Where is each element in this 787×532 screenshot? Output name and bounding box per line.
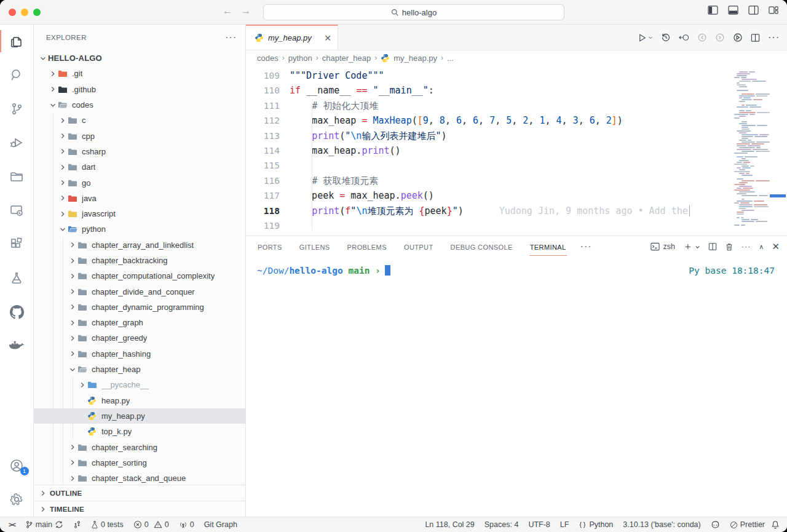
code-line-109[interactable]: 109"""Driver Code""" bbox=[246, 68, 787, 83]
code-line-114[interactable]: 114 max_heap.print() bbox=[246, 143, 787, 158]
panel-more-actions-icon[interactable]: ··· bbox=[742, 242, 751, 251]
tree-item-chapter-hashing[interactable]: chapter_hashing bbox=[34, 346, 245, 362]
run-interactive-icon[interactable] bbox=[733, 33, 743, 42]
notifications-indicator[interactable] bbox=[771, 520, 780, 529]
activity-accounts[interactable]: 1 bbox=[0, 458, 34, 473]
eol-indicator[interactable]: LF bbox=[560, 520, 569, 529]
maximize-panel-icon[interactable]: ∧ bbox=[759, 243, 764, 251]
nav-back-button[interactable]: ← bbox=[223, 6, 232, 17]
activity-project-manager[interactable] bbox=[0, 169, 34, 184]
code-line-111[interactable]: 111 # 初始化大顶堆 bbox=[246, 98, 787, 113]
code-line-113[interactable]: 113 print("\n输入列表并建堆后") bbox=[246, 129, 787, 143]
tree-item-chapter-computational-complexity[interactable]: chapter_computational_complexity bbox=[34, 268, 245, 284]
breadcrumb-item[interactable]: chapter_heap bbox=[322, 54, 371, 63]
tree-item-csharp[interactable]: csharp bbox=[34, 144, 245, 159]
code-line-116[interactable]: 116 # 获取堆顶元素 bbox=[246, 173, 787, 188]
code-line-118[interactable]: 118 print(f"\n堆顶元素为 {peek}")Yudong Jin, … bbox=[246, 204, 787, 218]
panel-tab-output[interactable]: OUTPUT bbox=[403, 238, 434, 255]
tree-item-chapter-stack-and-queue[interactable]: chapter_stack_and_queue bbox=[34, 470, 245, 485]
tree-item-chapter-backtracking[interactable]: chapter_backtracking bbox=[34, 253, 245, 268]
indentation-indicator[interactable]: Spaces: 4 bbox=[484, 520, 519, 529]
explorer-more-actions-icon[interactable]: ··· bbox=[225, 32, 237, 43]
tree-item-chapter-graph[interactable]: chapter_graph bbox=[34, 315, 245, 330]
nav-forward-circle-icon[interactable] bbox=[715, 33, 725, 42]
problems-indicator[interactable]: 0 0 bbox=[133, 520, 169, 529]
tree-item-chapter-heap[interactable]: chapter_heap bbox=[34, 362, 245, 377]
tree-item-chapter-greedy[interactable]: chapter_greedy bbox=[34, 330, 245, 346]
activity-search[interactable] bbox=[0, 68, 34, 82]
code-line-112[interactable]: 112 max_heap = MaxHeap([9, 8, 6, 6, 7, 5… bbox=[246, 113, 787, 128]
breadcrumb-item[interactable]: python bbox=[288, 54, 312, 63]
terminal-shell-chip[interactable]: zsh bbox=[651, 242, 674, 251]
nav-back-circle-icon[interactable] bbox=[697, 33, 707, 42]
activity-run-debug[interactable] bbox=[0, 135, 34, 150]
panel-tab-debug-console[interactable]: DEBUG CONSOLE bbox=[450, 238, 513, 255]
prettier-indicator[interactable]: Prettier bbox=[730, 520, 765, 529]
python-interpreter-indicator[interactable]: 3.10.13 ('base': conda) bbox=[623, 520, 700, 529]
activity-remote-explorer[interactable] bbox=[0, 203, 34, 218]
tab-close-icon[interactable]: ✕ bbox=[324, 33, 331, 43]
cursor-position-indicator[interactable]: Ln 118, Col 29 bbox=[425, 520, 474, 529]
tree-item-javascript[interactable]: javascript bbox=[34, 206, 245, 221]
outline-section[interactable]: OUTLINE bbox=[34, 485, 245, 501]
tree-item-heap-py[interactable]: heap.py bbox=[34, 393, 245, 408]
customize-layout-icon[interactable] bbox=[769, 6, 778, 15]
panel-tab-problems[interactable]: PROBLEMS bbox=[347, 238, 387, 255]
language-mode-indicator[interactable]: Python bbox=[579, 520, 613, 529]
breadcrumb-item[interactable]: ... bbox=[447, 54, 454, 63]
branch-indicator[interactable]: main bbox=[25, 520, 63, 529]
breadcrumb-item[interactable]: codes bbox=[257, 54, 279, 63]
tree-item--git[interactable]: .git bbox=[34, 66, 245, 81]
activity-settings[interactable] bbox=[0, 492, 34, 507]
gitlens-compare-indicator[interactable] bbox=[73, 520, 81, 529]
panel-tab-terminal[interactable]: TERMINAL bbox=[529, 238, 567, 256]
toggle-sidebar-left-icon[interactable] bbox=[708, 6, 718, 15]
activity-source-control[interactable] bbox=[0, 101, 34, 116]
tree-item-python[interactable]: python bbox=[34, 221, 245, 237]
tree-item--github[interactable]: .github bbox=[34, 82, 245, 97]
tree-item-chapter-sorting[interactable]: chapter_sorting bbox=[34, 455, 245, 470]
code-line-115[interactable]: 115 bbox=[246, 158, 787, 173]
tree-item-chapter-searching[interactable]: chapter_searching bbox=[34, 439, 245, 455]
run-file-button[interactable] bbox=[638, 33, 653, 42]
tree-item-chapter-dynamic-programming[interactable]: chapter_dynamic_programming bbox=[34, 300, 245, 315]
timeline-section[interactable]: TIMELINE bbox=[34, 501, 245, 517]
close-panel-icon[interactable]: ✕ bbox=[772, 241, 780, 252]
breadcrumb-item[interactable]: my_heap.py bbox=[394, 54, 437, 63]
git-graph-button[interactable]: Git Graph bbox=[204, 520, 237, 529]
tree-item-dart[interactable]: dart bbox=[34, 159, 245, 175]
code-line-110[interactable]: 110if __name__ == "__main__": bbox=[246, 83, 787, 98]
timeline-history-icon[interactable] bbox=[661, 33, 671, 42]
maximize-window-button[interactable] bbox=[33, 9, 41, 16]
remote-indicator[interactable]: >< bbox=[9, 521, 15, 528]
tree-item-chapter-divide-and-conquer[interactable]: chapter_divide_and_conquer bbox=[34, 284, 245, 299]
panel-tab-gitlens[interactable]: GITLENS bbox=[299, 238, 331, 255]
activity-docker[interactable] bbox=[0, 338, 34, 353]
open-changes-icon[interactable] bbox=[679, 33, 689, 42]
tab-my-heap[interactable]: my_heap.py ✕ bbox=[246, 25, 338, 50]
activity-extensions[interactable] bbox=[0, 237, 34, 252]
kill-terminal-icon[interactable] bbox=[725, 242, 734, 252]
code-editor[interactable]: 109"""Driver Code"""110if __name__ == "_… bbox=[246, 65, 787, 236]
toggle-panel-icon[interactable] bbox=[728, 6, 738, 15]
activity-testing[interactable] bbox=[0, 271, 34, 285]
encoding-indicator[interactable]: UTF-8 bbox=[528, 520, 550, 529]
terminal-view[interactable]: ~/Dow/hello-algo main › Py base 18:18:47 bbox=[246, 257, 787, 517]
tree-item-top-k-py[interactable]: top_k.py bbox=[34, 424, 245, 439]
new-terminal-button[interactable]: ＋ bbox=[683, 240, 700, 253]
panel-more-tabs-icon[interactable]: ··· bbox=[580, 241, 592, 252]
minimap[interactable] bbox=[734, 68, 770, 231]
minimize-window-button[interactable] bbox=[21, 9, 28, 16]
toggle-sidebar-right-icon[interactable] bbox=[748, 6, 759, 15]
nav-forward-button[interactable]: → bbox=[241, 6, 251, 17]
close-window-button[interactable] bbox=[9, 9, 16, 16]
tree-item-my-heap-py[interactable]: my_heap.py bbox=[34, 408, 245, 424]
tree-item-codes[interactable]: codes bbox=[34, 97, 245, 113]
ports-indicator[interactable]: 0 bbox=[179, 520, 194, 529]
split-terminal-icon[interactable] bbox=[708, 242, 717, 251]
copilot-indicator[interactable] bbox=[711, 520, 720, 529]
split-editor-icon[interactable] bbox=[751, 33, 760, 42]
tree-item-c[interactable]: c bbox=[34, 113, 245, 128]
activity-github[interactable] bbox=[0, 304, 34, 319]
code-line-117[interactable]: 117 peek = max_heap.peek() bbox=[246, 188, 787, 203]
